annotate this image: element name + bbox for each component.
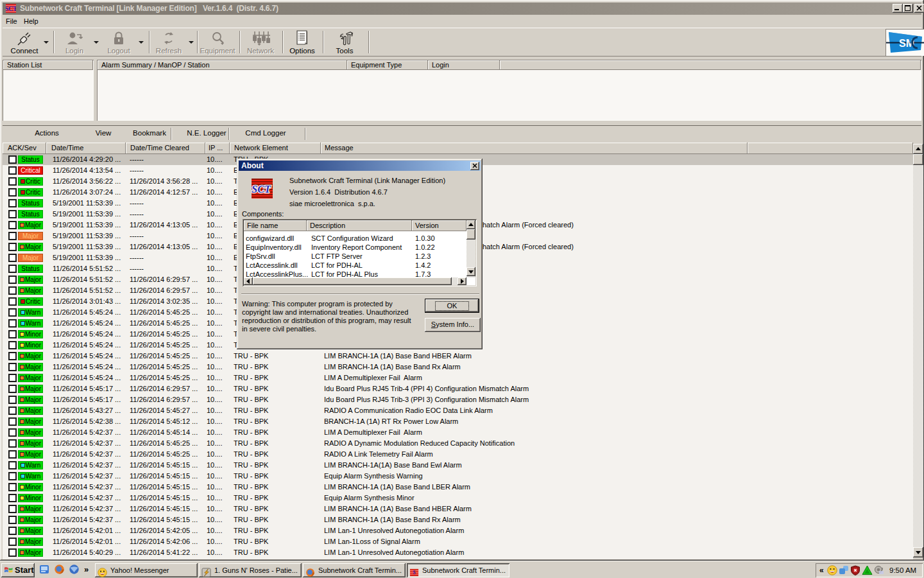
svg-text:S: S — [413, 570, 415, 575]
svg-text:SCT: SCT — [6, 5, 16, 12]
svg-text:SCT: SCT — [252, 184, 271, 195]
